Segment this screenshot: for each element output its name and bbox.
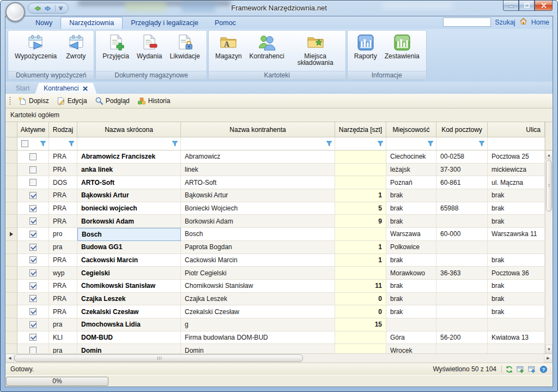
application-menu-button[interactable] [5,2,25,22]
cell-narzedzia[interactable] [335,176,386,189]
tab-close-icon[interactable] [83,86,88,91]
cell-active[interactable] [17,241,49,254]
cell-nazwa-skrocona[interactable]: Cackowski Marcin [77,254,181,267]
cell-narzedzia[interactable] [335,331,386,345]
cell-rodzaj[interactable]: pra [49,344,77,353]
filter-cell-kod_pocztowy[interactable] [436,137,488,150]
table-row[interactable]: PRAAbramowicz FranciszekAbramowiczCiecho… [5,150,545,164]
toolbar-button-historia[interactable]: Historia [134,95,174,106]
cell-nazwa-skrocona[interactable]: boniecki wojciech [77,202,181,215]
filter-cell-nazwa_kontrahenta[interactable] [181,137,335,150]
cell-kod-pocztowy[interactable]: 36-363 [436,267,488,280]
filter-cell-ulica[interactable] [488,137,545,150]
cell-miejscowosc[interactable]: Wrocek [386,344,436,353]
cell-kod-pocztowy[interactable]: 60-861 [436,176,488,189]
cell-kod-pocztowy[interactable] [436,305,488,318]
ribbon-button-zestawienia[interactable]: Zestawienia [381,32,423,61]
scroll-right-arrow[interactable]: ▶ [544,354,553,363]
active-checkbox[interactable] [29,282,37,290]
cell-narzedzia[interactable] [335,164,386,177]
cell-active[interactable] [17,189,49,202]
cell-miejscowosc[interactable]: leżajsk [386,164,436,177]
cell-miejscowosc[interactable]: Warszawa [386,228,436,241]
cell-kod-pocztowy[interactable]: 65988 [436,202,488,215]
cell-nazwa-skrocona[interactable]: Chomikowski Stanisław [77,280,181,293]
cell-kod-pocztowy[interactable]: 00-0258 [436,150,488,164]
cell-ulica[interactable]: mickiewicza [488,164,545,177]
active-checkbox[interactable] [29,218,37,225]
cell-narzedzia[interactable]: 1 [335,241,386,254]
cell-nazwa-skrocona[interactable]: ARTO-Soft [77,176,181,189]
ribbon-button-raporty[interactable]: Raporty [350,32,381,61]
ribbon-button-zwroty[interactable]: Zwroty [60,32,91,61]
cell-kod-pocztowy[interactable] [436,215,488,228]
cell-nazwa-skrocona[interactable]: anka linek [77,164,181,177]
cell-nazwa-skrocona[interactable]: Borkowski Adam [77,215,181,228]
toolbar-button-edycja[interactable]: Edycja [53,95,90,106]
cell-rodzaj[interactable]: PRA [49,280,77,293]
cell-rodzaj[interactable]: pra [49,241,77,254]
cell-kod-pocztowy[interactable] [436,189,488,202]
active-checkbox[interactable] [29,256,37,263]
ribbon-button-wypożyczenia[interactable]: Wypożyczenia [11,32,60,61]
cell-ulica[interactable]: Warszawska 11 [488,228,545,241]
active-checkbox[interactable] [29,308,37,315]
ribbon-button-przyjęcia[interactable]: Przyjęcia [99,32,133,61]
scroll-left-arrow[interactable]: ◀ [5,354,14,363]
cell-kod-pocztowy[interactable] [436,241,488,254]
cell-rodzaj[interactable]: pra [49,318,77,331]
cell-miejscowosc[interactable] [386,318,436,331]
cell-narzedzia[interactable]: 11 [335,280,386,293]
cell-nazwa-kontrahenta[interactable]: linek [181,164,335,177]
cell-narzedzia[interactable]: 5 [335,202,386,215]
document-tab-start[interactable]: Start [7,83,38,94]
cell-nazwa-kontrahenta[interactable]: ARTO-Soft [181,176,335,189]
cell-rodzaj[interactable]: PRA [49,164,77,177]
cell-active[interactable] [17,150,49,164]
cell-rodzaj[interactable]: PRA [49,305,77,318]
cell-active[interactable] [17,164,49,177]
cell-active[interactable] [17,318,49,331]
filter-cell-narzedzia[interactable] [335,137,386,150]
forward-arrow-icon[interactable] [44,4,52,13]
cell-rodzaj[interactable]: PRA [49,202,77,215]
ribbon-tab-narzędziownia[interactable]: Narzędziownia [60,17,123,29]
active-checkbox[interactable] [29,347,37,353]
cell-active[interactable] [17,228,49,241]
cell-ulica[interactable]: brak [488,280,545,293]
cell-miejscowosc[interactable]: brak [386,189,436,202]
cell-nazwa-skrocona[interactable]: Domin [77,344,181,353]
cell-kod-pocztowy[interactable] [436,318,488,331]
ribbon-tab-pomoc[interactable]: Pomoc [207,17,244,29]
cell-miejscowosc[interactable]: brak [386,293,436,306]
export-down-blue-icon[interactable] [528,365,536,373]
filter-cell-miejscowosc[interactable] [386,137,436,150]
cell-nazwa-kontrahenta[interactable]: Paprota Bogdan [181,241,335,254]
cell-miejscowosc[interactable]: Morawkowo [386,267,436,280]
table-row[interactable]: PRACzajka LeszekCzajka Leszek0brakbrak [5,293,545,306]
toolbar-button-dopisz[interactable]: Dopisz [15,95,52,106]
export-down-green-icon[interactable] [517,365,525,373]
cell-nazwa-kontrahenta[interactable]: Czekalski Czesław [181,305,335,318]
ribbon-tab-nowy[interactable]: Nowy [27,17,60,29]
table-row[interactable]: PRABąkowski ArturBąkowski Artur1brakbrak [5,189,545,202]
cell-nazwa-skrocona[interactable]: Cegielski [77,267,181,280]
cell-ulica[interactable] [488,318,545,331]
active-checkbox[interactable] [29,334,37,341]
cell-kod-pocztowy[interactable] [436,254,488,267]
cell-ulica[interactable]: brak [488,293,545,306]
table-row[interactable]: PRABorkowski AdamBorkowski Adam9brakbrak [5,215,545,228]
cell-ulica[interactable]: brak [488,215,545,228]
cell-ulica[interactable]: brak [488,305,545,318]
cell-miejscowosc[interactable]: brak [386,254,436,267]
table-row[interactable]: PRACackowski MarcinCackowski Marcin1brak… [5,254,545,267]
table-row[interactable]: PRAChomikowski StanisławChomikowski Stan… [5,280,545,293]
active-checkbox[interactable] [29,321,37,328]
cell-active[interactable] [17,305,49,318]
cell-nazwa-skrocona[interactable]: Abramowicz Franciszek [77,150,181,164]
cell-ulica[interactable]: ul. Mączna [488,176,545,189]
cell-rodzaj[interactable]: pro [49,228,77,241]
cell-miejscowosc[interactable]: Ciechocinek [386,150,436,164]
cell-miejscowosc[interactable]: Polkowice [386,241,436,254]
help-icon[interactable]: ? [539,365,548,373]
